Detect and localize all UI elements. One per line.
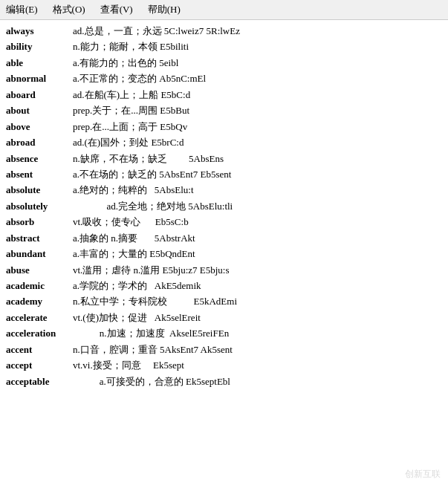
menu-view[interactable]: 查看(V) — [97, 1, 136, 18]
list-item: abstracta.抽象的 n.摘要 5AbstrAkt — [6, 230, 442, 246]
list-item: absolutely ad.完全地；绝对地 5AbsElu:tli — [6, 198, 442, 214]
entry-definition: a.可接受的，合意的 Ek5septEbl — [73, 374, 442, 389]
entry-word: always — [6, 23, 73, 39]
entry-definition: vt.(使)加快；促进 Ak5selEreit — [73, 310, 442, 325]
list-item: abusevt.滥用；虐待 n.滥用 E5bju:z7 E5bju:s — [6, 262, 442, 278]
list-item: acceptvt.vi.接受；同意 Ek5sept — [6, 357, 442, 373]
list-item: aboardad.在船(车)上；上船 E5bC:d — [6, 87, 442, 103]
list-item: acceleration n.加速；加速度 AkselE5reiFEn — [6, 325, 442, 341]
menubar: 编辑(E) 格式(O) 查看(V) 帮助(H) — [0, 0, 448, 20]
list-item: alwaysad.总是，一直；永远 5C:lweiz7 5R:lwEz — [6, 23, 442, 39]
entry-definition: n.口音，腔调；重音 5AksEnt7 Ak5sent — [73, 342, 442, 357]
list-item: acceptable a.可接受的，合意的 Ek5septEbl — [6, 374, 442, 389]
entry-definition: ad.完全地；绝对地 5AbsElu:tli — [73, 198, 442, 214]
list-item: abnormala.不正常的；变态的 Ab5nC:mEl — [6, 71, 442, 86]
entry-word: ability — [6, 39, 73, 54]
entry-word: abroad — [6, 134, 73, 150]
entry-definition: a.丰富的；大量的 E5bQndEnt — [73, 246, 442, 261]
entry-definition: a.抽象的 n.摘要 5AbstrAkt — [73, 230, 442, 246]
watermark: 创新互联 — [405, 468, 441, 481]
list-item: absencen.缺席，不在场；缺乏 5AbsEns — [6, 151, 442, 166]
list-item: abroadad.(在)国外；到处 E5brC:d — [6, 134, 442, 150]
entry-word: acceleration — [6, 325, 73, 341]
entry-word: accelerate — [6, 310, 73, 325]
menu-help[interactable]: 帮助(H) — [145, 1, 184, 18]
entry-word: absence — [6, 151, 73, 166]
entry-word: absolutely — [6, 198, 73, 214]
list-item: academyn.私立中学；专科院校 E5kAdEmi — [6, 293, 442, 309]
list-item: absorbvt.吸收；使专心 Eb5sC:b — [6, 214, 442, 230]
list-item: aboveprep.在...上面；高于 E5bQv — [6, 119, 442, 134]
list-item: aboutprep.关于；在...周围 E5bBut — [6, 103, 442, 118]
entry-definition: ad.(在)国外；到处 E5brC:d — [73, 134, 442, 150]
entry-word: aboard — [6, 87, 73, 103]
list-item: abundanta.丰富的；大量的 E5bQndEnt — [6, 246, 442, 261]
entry-word: abnormal — [6, 71, 73, 86]
entry-definition: a.有能力的；出色的 5eibl — [73, 55, 442, 71]
menu-format[interactable]: 格式(O) — [50, 1, 88, 18]
entry-definition: ad.总是，一直；永远 5C:lweiz7 5R:lwEz — [73, 23, 442, 39]
list-item: abilityn.能力；能耐，本领 E5biliti — [6, 39, 442, 54]
entry-definition: vt.滥用；虐待 n.滥用 E5bju:z7 E5bju:s — [73, 262, 442, 278]
entry-word: absolute — [6, 182, 73, 198]
entry-definition: prep.在...上面；高于 E5bQv — [73, 119, 442, 134]
list-item: academica.学院的；学术的 AkE5demik — [6, 278, 442, 293]
entry-definition: a.不在场的；缺乏的 5AbsEnt7 Eb5sent — [73, 166, 442, 182]
entry-definition: prep.关于；在...周围 E5bBut — [73, 103, 442, 118]
entry-word: above — [6, 119, 73, 134]
entry-word: academy — [6, 293, 73, 309]
entry-word: abuse — [6, 262, 73, 278]
list-item: accentn.口音，腔调；重音 5AksEnt7 Ak5sent — [6, 342, 442, 357]
entry-definition: n.缺席，不在场；缺乏 5AbsEns — [73, 151, 442, 166]
entry-word: acceptable — [6, 374, 73, 389]
list-item: absolutea.绝对的；纯粹的 5AbsElu:t — [6, 182, 442, 198]
entry-word: absent — [6, 166, 73, 182]
dictionary-entries: alwaysad.总是，一直；永远 5C:lweiz7 5R:lwEzabili… — [6, 23, 442, 389]
content-area: alwaysad.总是，一直；永远 5C:lweiz7 5R:lwEzabili… — [0, 20, 448, 392]
entry-definition: a.不正常的；变态的 Ab5nC:mEl — [73, 71, 442, 86]
menu-edit[interactable]: 编辑(E) — [3, 1, 41, 18]
list-item: absenta.不在场的；缺乏的 5AbsEnt7 Eb5sent — [6, 166, 442, 182]
entry-definition: n.私立中学；专科院校 E5kAdEmi — [73, 293, 442, 309]
entry-word: about — [6, 103, 73, 118]
entry-word: academic — [6, 278, 73, 293]
entry-definition: vt.吸收；使专心 Eb5sC:b — [73, 214, 442, 230]
entry-definition: n.能力；能耐，本领 E5biliti — [73, 39, 442, 54]
entry-word: able — [6, 55, 73, 71]
entry-definition: a.学院的；学术的 AkE5demik — [73, 278, 442, 293]
list-item: ablea.有能力的；出色的 5eibl — [6, 55, 442, 71]
entry-definition: n.加速；加速度 AkselE5reiFEn — [73, 325, 442, 341]
entry-definition: a.绝对的；纯粹的 5AbsElu:t — [73, 182, 442, 198]
entry-definition: ad.在船(车)上；上船 E5bC:d — [73, 87, 442, 103]
entry-word: abstract — [6, 230, 73, 246]
entry-word: abundant — [6, 246, 73, 261]
entry-word: accept — [6, 357, 73, 373]
entry-word: accent — [6, 342, 73, 357]
list-item: acceleratevt.(使)加快；促进 Ak5selEreit — [6, 310, 442, 325]
entry-word: absorb — [6, 214, 73, 230]
entry-definition: vt.vi.接受；同意 Ek5sept — [73, 357, 442, 373]
